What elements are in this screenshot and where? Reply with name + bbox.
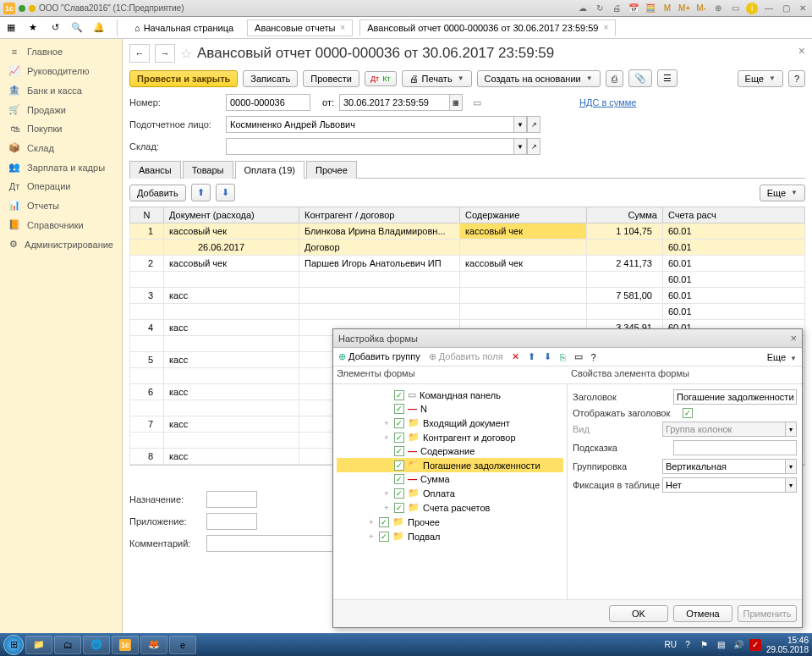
window-minimize-button[interactable]: —	[763, 3, 775, 14]
post-and-close-button[interactable]: Провести и закрыть	[129, 70, 238, 87]
tab-advance-reports[interactable]: Авансовые отчеты×	[247, 19, 353, 36]
nds-link[interactable]: НДС в сумме	[579, 97, 636, 107]
sidebar-item[interactable]: 📊Отчеты	[0, 196, 122, 215]
dlg-apply-button[interactable]: Применить	[738, 605, 797, 622]
scan-icon[interactable]: ▭	[473, 97, 481, 108]
nav-forward-button[interactable]: →	[155, 44, 175, 63]
dlg-form-tree[interactable]: ✓▭Командная панель✓—N+✓📁Входящий докумен…	[333, 384, 568, 599]
print-button[interactable]: 🖨Печать▼	[402, 70, 472, 87]
tree-expand-icon[interactable]: +	[367, 518, 376, 526]
tree-expand-icon[interactable]: +	[367, 532, 376, 541]
sidebar-item[interactable]: ДтОперации	[0, 177, 122, 196]
tree-checkbox[interactable]: ✓	[379, 517, 389, 527]
dropdown-icon[interactable]: ▼	[513, 138, 527, 155]
close-doc-button[interactable]: ×	[798, 44, 805, 58]
post-button[interactable]: Провести	[303, 70, 359, 87]
dropdown-icon[interactable]: ▾	[785, 477, 797, 493]
task-folder-icon[interactable]: 🗂	[54, 636, 81, 654]
col-sum[interactable]: Сумма	[587, 207, 663, 223]
apps-menu-icon[interactable]: ▦	[3, 20, 19, 36]
history-icon[interactable]: ↺	[47, 20, 63, 36]
dtkt-button[interactable]: ДтКт	[365, 71, 397, 86]
person-input[interactable]	[226, 116, 513, 133]
tree-item[interactable]: ✓▭Командная панель	[337, 388, 563, 402]
tab-payment[interactable]: Оплата (19)	[235, 161, 304, 179]
sidebar-item[interactable]: 🛒Продажи	[0, 100, 122, 119]
tb-print-icon[interactable]: 🖨	[611, 3, 623, 14]
sidebar-item[interactable]: 🛍Покупки	[0, 119, 122, 138]
tree-checkbox[interactable]: ✓	[394, 433, 404, 443]
tree-checkbox[interactable]: ✓	[394, 460, 404, 471]
tree-item[interactable]: +✓📁Входящий документ	[337, 416, 563, 430]
col-agent[interactable]: Контрагент / договор	[299, 207, 460, 223]
write-button[interactable]: Записать	[243, 70, 298, 87]
tray-av-icon[interactable]: ✓	[749, 639, 761, 651]
attach-button[interactable]: 📎	[628, 69, 652, 87]
task-firefox-icon[interactable]: 🦊	[140, 636, 167, 654]
dropdown-icon[interactable]: ▾	[785, 459, 797, 474]
sidebar-item[interactable]: 📙Справочники	[0, 215, 122, 234]
col-n[interactable]: N	[130, 207, 164, 223]
create-based-button[interactable]: Создать на основании▼	[477, 70, 601, 87]
tray-flag-icon[interactable]: ⚑	[699, 639, 710, 651]
dialog-titlebar[interactable]: Настройка формы ×	[333, 329, 802, 348]
col-content[interactable]: Содержание	[460, 207, 587, 223]
nav-back-button[interactable]: ←	[129, 44, 150, 63]
move-down-button[interactable]: ⬇	[216, 184, 235, 201]
tree-item[interactable]: +✓📁Прочее	[337, 515, 563, 529]
task-1c-icon[interactable]: 1c	[112, 636, 139, 654]
table-row[interactable]: 60.01	[130, 272, 805, 288]
tab-more-button[interactable]: Еще▼	[760, 185, 805, 201]
clock[interactable]: 15:4629.05.2018	[766, 636, 809, 654]
sidebar-item[interactable]: 📈Руководителю	[0, 61, 122, 80]
tree-checkbox[interactable]: ✓	[394, 446, 404, 456]
tree-item[interactable]: ✓—Сумма	[337, 472, 563, 486]
table-row[interactable]: 3касс7 581,0060.01	[130, 288, 805, 304]
dlg-copy-button[interactable]: ⎘	[560, 352, 566, 362]
tree-checkbox[interactable]: ✓	[394, 418, 404, 428]
warehouse-input[interactable]	[226, 138, 513, 155]
sidebar-item[interactable]: 👥Зарплата и кадры	[0, 157, 122, 177]
dialog-close-button[interactable]: ×	[790, 332, 797, 345]
m-minus-button[interactable]: M-	[695, 3, 707, 14]
m-button[interactable]: M	[661, 3, 673, 14]
start-button[interactable]: ⊞	[3, 635, 24, 655]
dlg-delete-button[interactable]: ✕	[512, 351, 519, 362]
number-input[interactable]	[226, 94, 310, 111]
dlg-ok-button[interactable]: OK	[609, 605, 668, 622]
tree-item[interactable]: ✓—N	[337, 402, 563, 416]
add-row-button[interactable]: Добавить	[129, 185, 186, 201]
tree-expand-icon[interactable]: +	[382, 504, 391, 512]
dropdown-icon[interactable]: ▼	[513, 116, 527, 133]
favorite-star-icon[interactable]: ☆	[180, 46, 192, 62]
sidebar-item[interactable]: 🏦Банк и касса	[0, 80, 122, 100]
prop-hint-input[interactable]	[673, 440, 797, 455]
open-icon[interactable]: ↗	[527, 138, 540, 155]
tree-checkbox[interactable]: ✓	[394, 474, 404, 484]
tree-checkbox[interactable]: ✓	[394, 488, 404, 499]
search-icon[interactable]: 🔍	[69, 20, 85, 36]
table-row[interactable]: 26.06.2017Договор60.01	[130, 240, 805, 256]
bell-icon[interactable]: 🔔	[91, 20, 107, 36]
lang-indicator[interactable]: RU	[664, 640, 676, 649]
tb-add-icon[interactable]: ⊕	[712, 3, 724, 14]
tree-checkbox[interactable]: ✓	[379, 532, 389, 542]
window-maximize-button[interactable]: ▢	[780, 3, 792, 14]
help-button[interactable]: ?	[788, 70, 805, 87]
m-plus-button[interactable]: M+	[678, 3, 690, 14]
tree-checkbox[interactable]: ✓	[394, 404, 404, 414]
tray-net-icon[interactable]: ▤	[716, 639, 727, 651]
tab-home[interactable]: ⌂Начальная страница	[128, 20, 240, 36]
tree-checkbox[interactable]: ✓	[394, 503, 404, 513]
attach-input[interactable]	[206, 513, 257, 530]
tree-item[interactable]: +✓📁Подвал	[337, 529, 563, 543]
dlg-help-button[interactable]: ?	[591, 352, 596, 362]
tree-checkbox[interactable]: ✓	[394, 390, 404, 400]
task-ie-icon[interactable]: e	[169, 636, 196, 654]
tb-box-icon[interactable]: ▭	[729, 3, 741, 14]
sidebar-item[interactable]: ⚙Администрирование	[0, 234, 122, 254]
tb-cloud-icon[interactable]: ☁	[577, 3, 589, 14]
add-group-button[interactable]: ⊕ Добавить группу	[338, 351, 420, 362]
dlg-up-button[interactable]: ⬆	[528, 351, 535, 362]
structure-button[interactable]: ⎙	[606, 70, 623, 87]
